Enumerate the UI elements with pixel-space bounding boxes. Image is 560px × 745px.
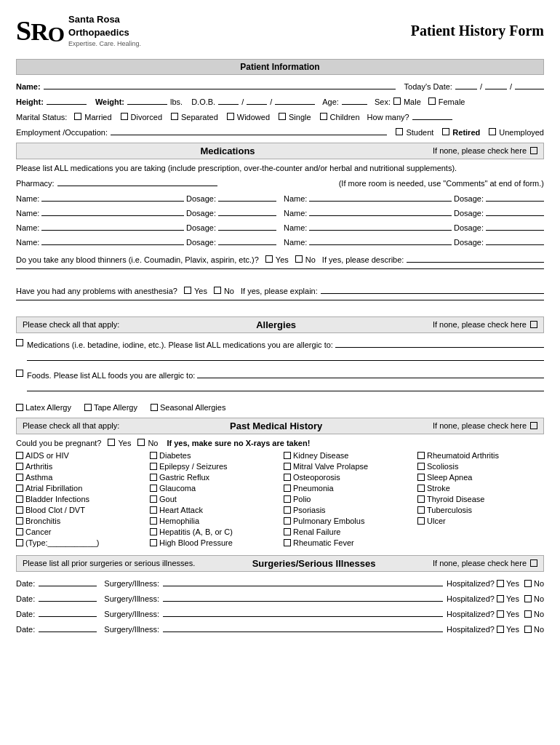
condition-checkbox[interactable] xyxy=(417,506,425,514)
hosp-no-checkbox[interactable] xyxy=(524,610,532,618)
condition-checkbox[interactable] xyxy=(284,463,291,470)
pregnant-yes-checkbox[interactable] xyxy=(108,439,115,446)
condition-checkbox[interactable] xyxy=(150,539,157,546)
condition-checkbox[interactable] xyxy=(417,495,425,503)
date-day-field[interactable] xyxy=(485,79,507,89)
food-allergy-checkbox[interactable] xyxy=(16,370,23,377)
condition-checkbox[interactable] xyxy=(150,495,157,503)
hosp-yes-checkbox[interactable] xyxy=(497,610,504,618)
surgeries-if-none-checkbox[interactable] xyxy=(530,559,537,567)
condition-checkbox[interactable] xyxy=(16,485,23,492)
food-allergy-field[interactable] xyxy=(197,368,544,378)
surgery-field[interactable] xyxy=(163,576,443,586)
dosage-1[interactable] xyxy=(218,191,276,202)
pregnant-no-checkbox[interactable] xyxy=(137,439,145,446)
condition-checkbox[interactable] xyxy=(284,528,291,535)
surgery-date-field[interactable] xyxy=(39,591,97,602)
hosp-no-checkbox[interactable] xyxy=(524,595,532,602)
blood-yes-checkbox[interactable] xyxy=(265,255,273,263)
hosp-no-checkbox[interactable] xyxy=(524,626,532,633)
dosage-r1[interactable] xyxy=(486,191,544,202)
condition-checkbox[interactable] xyxy=(284,495,291,503)
female-checkbox[interactable] xyxy=(428,97,436,105)
condition-checkbox[interactable] xyxy=(16,539,23,546)
condition-checkbox[interactable] xyxy=(284,539,291,546)
student-checkbox[interactable] xyxy=(396,128,403,135)
latex-checkbox[interactable] xyxy=(16,404,23,411)
condition-checkbox[interactable] xyxy=(150,474,157,481)
dosage-r4[interactable] xyxy=(486,235,544,245)
age-field[interactable] xyxy=(342,95,367,105)
unemployed-checkbox[interactable] xyxy=(489,128,496,135)
medications-if-none-checkbox[interactable] xyxy=(530,147,537,154)
height-field[interactable] xyxy=(47,95,87,105)
anesthesia-no-checkbox[interactable] xyxy=(214,287,221,294)
condition-checkbox[interactable] xyxy=(417,517,425,525)
dob-day[interactable] xyxy=(247,95,267,105)
past-medical-if-none-checkbox[interactable] xyxy=(530,422,537,429)
dosage-r2[interactable] xyxy=(486,206,544,216)
name-field[interactable] xyxy=(44,79,396,89)
single-checkbox[interactable] xyxy=(279,113,286,120)
pharmacy-field[interactable] xyxy=(57,176,217,186)
anesthesia-yes-checkbox[interactable] xyxy=(184,287,191,294)
dosage-3[interactable] xyxy=(218,220,276,231)
condition-checkbox[interactable] xyxy=(16,517,23,525)
condition-checkbox[interactable] xyxy=(16,528,23,535)
blood-no-checkbox[interactable] xyxy=(295,255,303,263)
surgery-date-field[interactable] xyxy=(39,622,97,632)
children-checkbox[interactable] xyxy=(320,113,327,120)
surgery-date-field[interactable] xyxy=(39,607,97,617)
widowed-checkbox[interactable] xyxy=(227,113,234,120)
allergies-if-none-checkbox[interactable] xyxy=(530,321,537,328)
condition-checkbox[interactable] xyxy=(16,452,23,459)
condition-checkbox[interactable] xyxy=(150,528,157,535)
condition-checkbox[interactable] xyxy=(150,517,157,525)
med-allergy-checkbox[interactable] xyxy=(16,339,23,346)
med-name-4[interactable] xyxy=(41,235,184,245)
blood-describe-field[interactable] xyxy=(407,252,544,263)
hosp-no-checkbox[interactable] xyxy=(524,580,532,587)
condition-checkbox[interactable] xyxy=(284,517,291,525)
med-name-r4[interactable] xyxy=(309,235,452,245)
married-checkbox[interactable] xyxy=(74,113,81,120)
date-year-field[interactable] xyxy=(515,79,544,89)
condition-checkbox[interactable] xyxy=(417,485,425,492)
divorced-checkbox[interactable] xyxy=(121,113,128,120)
male-checkbox[interactable] xyxy=(393,97,401,105)
med-name-r1[interactable] xyxy=(309,191,452,202)
condition-checkbox[interactable] xyxy=(16,506,23,514)
condition-checkbox[interactable] xyxy=(284,452,291,459)
how-many-field[interactable] xyxy=(412,110,452,120)
dob-month[interactable] xyxy=(218,95,239,105)
condition-checkbox[interactable] xyxy=(150,463,157,470)
med-name-r2[interactable] xyxy=(309,206,452,216)
condition-checkbox[interactable] xyxy=(150,452,157,459)
med-name-3[interactable] xyxy=(41,220,184,231)
dosage-4[interactable] xyxy=(218,235,276,245)
retired-checkbox[interactable] xyxy=(442,128,449,135)
weight-field[interactable] xyxy=(127,95,167,105)
med-name-2[interactable] xyxy=(41,206,184,216)
dosage-r3[interactable] xyxy=(486,220,544,231)
condition-checkbox[interactable] xyxy=(417,474,425,481)
med-name-r3[interactable] xyxy=(309,220,452,231)
separated-checkbox[interactable] xyxy=(171,113,178,120)
surgery-date-field[interactable] xyxy=(39,576,97,586)
condition-checkbox[interactable] xyxy=(150,506,157,514)
employment-field[interactable] xyxy=(111,125,387,135)
condition-checkbox[interactable] xyxy=(16,463,23,470)
seasonal-checkbox[interactable] xyxy=(151,404,158,411)
condition-checkbox[interactable] xyxy=(150,485,157,492)
med-name-1[interactable] xyxy=(41,191,184,202)
tape-checkbox[interactable] xyxy=(84,404,92,411)
surgery-field[interactable] xyxy=(163,591,443,602)
condition-checkbox[interactable] xyxy=(16,495,23,503)
condition-checkbox[interactable] xyxy=(284,474,291,481)
condition-checkbox[interactable] xyxy=(417,463,425,470)
hosp-yes-checkbox[interactable] xyxy=(497,626,504,633)
dob-year[interactable] xyxy=(275,95,315,105)
date-month-field[interactable] xyxy=(455,79,477,89)
condition-checkbox[interactable] xyxy=(417,452,425,459)
hosp-yes-checkbox[interactable] xyxy=(497,595,504,602)
